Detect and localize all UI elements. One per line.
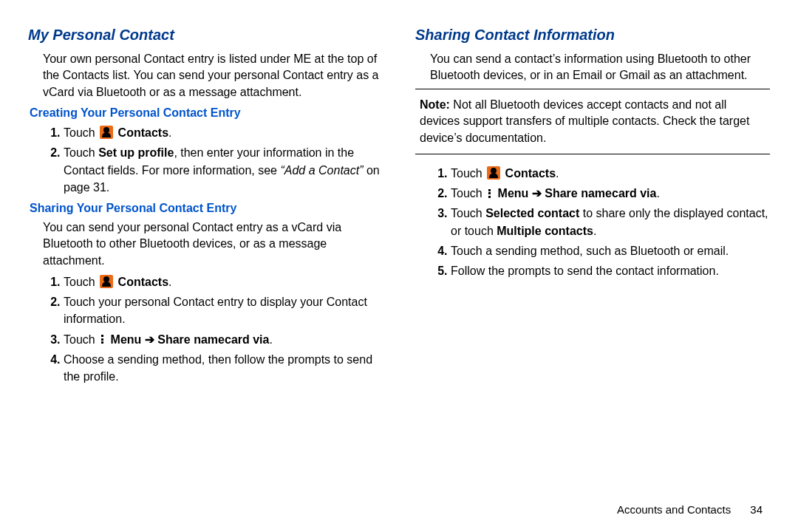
menu-label: Menu bbox=[498, 187, 529, 200]
multiple-contacts-label: Multiple contacts bbox=[497, 225, 593, 237]
step-touch-contacts: Touch Contacts. bbox=[64, 124, 383, 141]
arrow-icon: ➔ bbox=[528, 187, 545, 200]
heading-sharing-entry: Sharing Your Personal Contact Entry bbox=[30, 202, 383, 215]
text-segment: Touch bbox=[451, 187, 485, 200]
step-touch-contacts: Touch Contacts. bbox=[64, 273, 383, 290]
heading-creating-entry: Creating Your Personal Contact Entry bbox=[30, 106, 383, 120]
note-label: Note: bbox=[420, 98, 453, 111]
step-follow-prompts: Follow the prompts to send the contact i… bbox=[451, 262, 770, 279]
menu-label: Menu bbox=[111, 333, 142, 346]
footer-section: Accounts and Contacts bbox=[617, 503, 731, 516]
step-display-contact: Touch your personal Contact entry to dis… bbox=[64, 293, 383, 327]
selected-contact-label: Selected contact bbox=[485, 207, 579, 219]
right-column: Sharing Contact Information You can send… bbox=[415, 22, 770, 388]
footer-page-number: 34 bbox=[750, 503, 763, 516]
heading-sharing-info: Sharing Contact Information bbox=[415, 27, 770, 44]
step-setup-profile: Touch Set up profile, then enter your in… bbox=[64, 144, 383, 196]
creating-steps: Touch Contacts. Touch Set up profile, th… bbox=[28, 124, 383, 196]
note-box: Note: Not all Bluetooth devices accept c… bbox=[415, 89, 770, 154]
step-menu-share: Touch Menu ➔ Share namecard via. bbox=[64, 331, 383, 348]
sharing-info-steps: Touch Contacts. Touch Menu ➔ Share namec… bbox=[415, 165, 770, 279]
text-segment: . bbox=[593, 225, 596, 237]
left-column: My Personal Contact Your own personal Co… bbox=[28, 22, 383, 388]
share-namecard-label: Share namecard via bbox=[545, 187, 656, 200]
note-text: Not all Bluetooth devices accept contact… bbox=[420, 98, 749, 144]
contacts-label: Contacts bbox=[118, 276, 168, 288]
text-segment: Touch bbox=[64, 276, 98, 288]
arrow-icon: ➔ bbox=[141, 333, 157, 346]
sharing-steps: Touch Contacts. Touch your personal Cont… bbox=[28, 273, 383, 385]
page-footer: Accounts and Contacts 34 bbox=[617, 503, 763, 516]
step-selected-contact: Touch Selected contact to share only the… bbox=[451, 205, 770, 239]
text-segment: Touch bbox=[451, 207, 485, 219]
contacts-icon bbox=[487, 166, 500, 180]
step-touch-contacts: Touch Contacts. bbox=[451, 165, 770, 182]
text-segment: . bbox=[269, 333, 272, 346]
text-segment: . bbox=[168, 276, 171, 288]
menu-icon bbox=[485, 188, 493, 199]
sharing-intro: You can send your personal Contact entry… bbox=[43, 219, 383, 269]
cross-reference: “Add a Contact” bbox=[280, 164, 366, 177]
sharing-info-intro: You can send a contact’s information usi… bbox=[430, 51, 770, 84]
text-segment: . bbox=[168, 126, 171, 139]
contacts-label: Contacts bbox=[118, 126, 168, 139]
step-menu-share: Touch Menu ➔ Share namecard via. bbox=[451, 185, 770, 202]
text-segment: . bbox=[656, 187, 659, 200]
step-sending-method: Touch a sending method, such as Bluetoot… bbox=[451, 242, 770, 259]
setup-profile-label: Set up profile bbox=[98, 146, 174, 159]
contacts-icon bbox=[100, 275, 113, 288]
contacts-label: Contacts bbox=[505, 167, 556, 180]
text-segment: Touch bbox=[64, 333, 98, 346]
page-content: My Personal Contact Your own personal Co… bbox=[0, 0, 798, 388]
text-segment: Touch bbox=[451, 167, 485, 180]
heading-my-personal-contact: My Personal Contact bbox=[28, 27, 383, 44]
contacts-icon bbox=[100, 126, 113, 139]
text-segment: Touch bbox=[64, 146, 98, 159]
text-segment: Touch bbox=[64, 126, 98, 139]
menu-icon bbox=[98, 334, 106, 345]
intro-paragraph: Your own personal Contact entry is liste… bbox=[43, 51, 383, 100]
text-segment: . bbox=[556, 167, 559, 180]
step-choose-method: Choose a sending method, then follow the… bbox=[64, 351, 383, 385]
share-namecard-label: Share namecard via bbox=[157, 333, 269, 346]
